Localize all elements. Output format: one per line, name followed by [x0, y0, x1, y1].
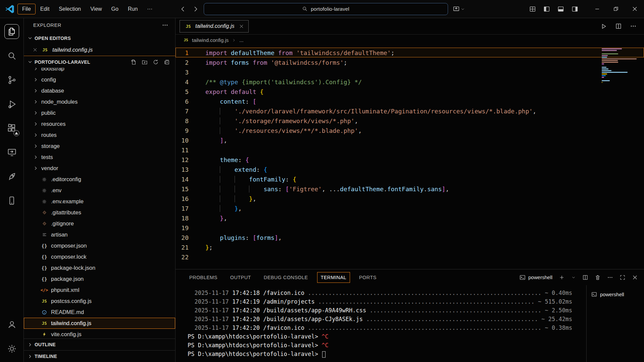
panel-tab-debug-console[interactable]: DEBUG CONSOLE — [260, 272, 312, 283]
code-line-15[interactable]: 15 sans: ['Figtree', ...defaultTheme.fon… — [176, 184, 644, 194]
tree-file-vite-config-js[interactable]: vite.config.js — [24, 329, 175, 339]
tree-file-readme-md[interactable]: README.md — [24, 307, 175, 318]
code-line-12[interactable]: 12 theme: { — [176, 155, 644, 164]
tree-file-package-json[interactable]: {}package.json — [24, 273, 175, 285]
tab-tailwind-config[interactable]: JS tailwind.config.js — [180, 20, 249, 33]
code-line-6[interactable]: 6 content: [ — [176, 96, 644, 106]
tree-folder-storage[interactable]: storage — [24, 141, 175, 152]
menu-selection[interactable]: Selection — [54, 4, 86, 14]
close-panel-icon[interactable] — [632, 274, 638, 280]
tree-folder-vendor[interactable]: vendor — [24, 163, 175, 174]
tree-folder-resources[interactable]: resources — [24, 118, 175, 130]
more-actions-icon[interactable] — [607, 274, 613, 280]
breadcrumb-item-file[interactable]: tailwind.config.js — [192, 37, 229, 43]
panel-bottom-icon[interactable] — [557, 6, 564, 12]
timeline-section-header[interactable]: TIMELINE — [24, 350, 175, 362]
new-file-icon[interactable] — [131, 59, 137, 65]
tree-file--env[interactable]: .env — [24, 185, 175, 196]
menu-file[interactable]: File — [17, 4, 36, 14]
code-line-10[interactable]: 10 ], — [176, 135, 644, 145]
close-button[interactable] — [625, 0, 644, 18]
tree-file-postcss-config-js[interactable]: JSpostcss.config.js — [24, 296, 175, 307]
account-button[interactable] — [0, 312, 24, 337]
more-actions-icon[interactable] — [162, 22, 168, 29]
code-line-21[interactable]: 21}; — [176, 242, 644, 252]
tree-file-phpunit-xml[interactable]: </>phpunit.xml — [24, 285, 175, 296]
code-line-17[interactable]: 17 }, — [176, 203, 644, 213]
maximize-panel-icon[interactable] — [620, 274, 626, 280]
sidebar-item-remote-window[interactable] — [0, 140, 24, 164]
command-center-search[interactable]: portofolio-laravel — [204, 3, 448, 15]
code-line-8[interactable]: 8 './storage/framework/views/*.php', — [176, 116, 644, 125]
tree-file--gitattributes[interactable]: .gitattributes — [24, 207, 175, 218]
menu-view[interactable]: View — [86, 4, 106, 14]
settings-button[interactable] — [0, 337, 24, 361]
collapse-all-icon[interactable] — [164, 59, 170, 65]
breadcrumb-item-symbol[interactable]: ... — [239, 37, 244, 43]
open-editors-header[interactable]: OPEN EDITORS — [24, 32, 175, 44]
back-arrow-icon[interactable] — [180, 5, 187, 13]
menu-run[interactable]: Run — [123, 4, 142, 14]
code-line-14[interactable]: 14 fontFamily: { — [176, 174, 644, 184]
terminal-output[interactable]: 2025-11-17 17:42:18 /favicon.ico .......… — [176, 285, 586, 362]
code-line-11[interactable]: 11 — [176, 145, 644, 155]
sidebar-item-run-debug[interactable] — [0, 92, 24, 116]
menu-edit[interactable]: Edit — [36, 4, 54, 14]
panel-tab-problems[interactable]: PROBLEMS — [186, 272, 221, 283]
forward-arrow-icon[interactable] — [192, 5, 199, 13]
refresh-icon[interactable] — [153, 59, 159, 65]
maximize-button[interactable] — [606, 0, 625, 18]
code-line-22[interactable]: 22 — [176, 252, 644, 262]
tree-file--env-example[interactable]: .env.example — [24, 196, 175, 207]
sidebar-item-extensions[interactable] — [0, 116, 24, 140]
code-line-4[interactable]: 4/** @type {import('tailwindcss').Config… — [176, 77, 644, 87]
breadcrumb[interactable]: JS tailwind.config.js ... — [176, 35, 644, 46]
open-editor-item[interactable]: JS tailwind.config.js — [24, 44, 175, 56]
panel-tab-terminal[interactable]: TERMINAL — [317, 272, 350, 283]
tree-file-composer-lock[interactable]: {}composer.lock — [24, 251, 175, 262]
sidebar-item-rocket[interactable] — [0, 164, 24, 189]
code-line-7[interactable]: 7 './vendor/laravel/framework/src/Illumi… — [176, 106, 644, 116]
split-editor-icon[interactable] — [615, 23, 622, 30]
tree-file--gitignore[interactable]: .gitignore — [24, 218, 175, 229]
tree-file-artisan[interactable]: artisan — [24, 229, 175, 240]
layout-grid-icon[interactable] — [529, 6, 536, 12]
close-icon[interactable] — [239, 24, 244, 29]
tree-folder-bootstrap[interactable]: bootstrap — [24, 68, 175, 74]
code-line-19[interactable]: 19 — [176, 223, 644, 232]
minimize-button[interactable] — [588, 0, 606, 18]
close-icon[interactable] — [33, 47, 38, 52]
minimap[interactable] — [602, 48, 638, 85]
sidebar-item-search[interactable] — [0, 44, 24, 68]
project-section-header[interactable]: PORTOFOLIO-LARAVEL — [24, 56, 175, 68]
new-window-icon[interactable] — [453, 5, 465, 12]
panel-tab-ports[interactable]: PORTS — [355, 272, 380, 283]
panel-tab-output[interactable]: OUTPUT — [227, 272, 255, 283]
code-line-16[interactable]: 16 }, — [176, 194, 644, 203]
code-line-1[interactable]: 1import defaultTheme from 'tailwindcss/d… — [176, 48, 644, 57]
sidebar-item-source-control[interactable] — [0, 68, 24, 92]
code-line-20[interactable]: 20 plugins: [forms], — [176, 232, 644, 242]
new-folder-icon[interactable] — [142, 59, 148, 65]
sidebar-item-mobile[interactable] — [0, 189, 24, 213]
tree-folder-database[interactable]: database — [24, 85, 175, 96]
code-line-5[interactable]: 5export default { — [176, 87, 644, 96]
kill-terminal-icon[interactable] — [595, 274, 601, 280]
panel-left-icon[interactable] — [543, 6, 550, 12]
split-terminal-icon[interactable] — [582, 274, 588, 280]
tree-file-package-lock-json[interactable]: {}package-lock.json — [24, 262, 175, 273]
tree-file-composer-json[interactable]: {}composer.json — [24, 240, 175, 251]
code-line-13[interactable]: 13 extend: { — [176, 164, 644, 174]
new-terminal-icon[interactable] — [559, 274, 565, 280]
outline-section-header[interactable]: OUTLINE — [24, 339, 175, 350]
terminal-profile-selector[interactable]: powershell — [519, 274, 552, 280]
tree-file-tailwind-config-js[interactable]: JStailwind.config.js — [24, 318, 175, 329]
code-line-3[interactable]: 3 — [176, 67, 644, 77]
menu-more[interactable]: ··· — [142, 4, 157, 14]
panel-right-icon[interactable] — [572, 6, 578, 12]
code-editor[interactable]: 1import defaultTheme from 'tailwindcss/d… — [176, 46, 644, 269]
code-line-9[interactable]: 9 './resources/views/**/*.blade.php', — [176, 125, 644, 135]
tree-folder-config[interactable]: config — [24, 74, 175, 85]
run-button[interactable] — [600, 23, 607, 30]
tree-folder-routes[interactable]: routes — [24, 130, 175, 141]
